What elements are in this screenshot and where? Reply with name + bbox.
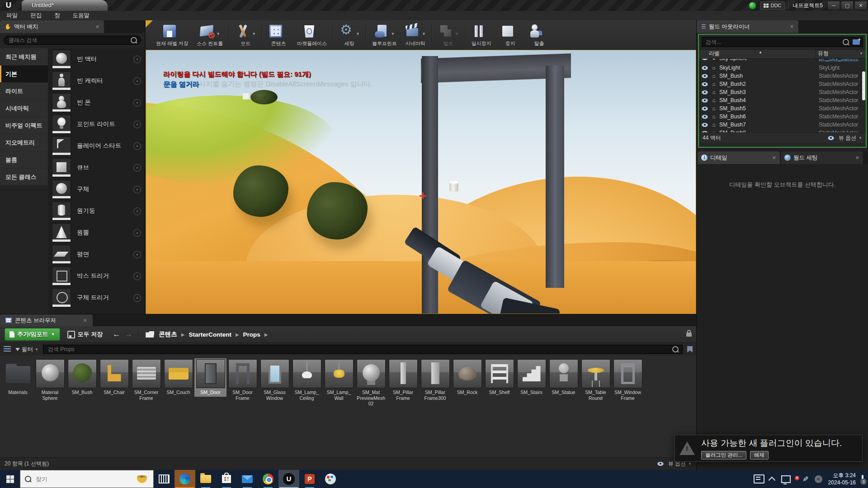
category-item[interactable]: 지오메트리: [0, 134, 48, 151]
outliner-row[interactable]: ⌂ SM_Bush StaticMeshActor: [699, 72, 866, 80]
content-browser-tab[interactable]: 콘텐츠 브라우저 ✕: [0, 314, 93, 326]
close-button[interactable]: ✕: [854, 1, 867, 10]
outliner-search-input[interactable]: [705, 38, 843, 46]
visibility-eye-icon[interactable]: [702, 74, 708, 78]
toolbar-button[interactable]: ▼ 일시정지: [467, 20, 496, 47]
task-view-button[interactable]: [154, 470, 175, 488]
outliner-view-options[interactable]: 뷰 옵션▼: [825, 134, 862, 142]
taskbar-search-input[interactable]: [35, 475, 132, 483]
asset-tile[interactable]: SM_Couch: [162, 358, 194, 397]
visibility-eye-icon[interactable]: [702, 115, 708, 119]
taskbar-store[interactable]: [216, 470, 237, 488]
taskbar-chrome[interactable]: [258, 470, 278, 488]
x-circle-icon[interactable]: ✕: [815, 475, 822, 483]
taskbar-mail[interactable]: [237, 470, 258, 488]
drag-handle-icon[interactable]: [133, 186, 141, 193]
drag-handle-icon[interactable]: [133, 251, 141, 258]
action-center[interactable]: 3: [862, 476, 863, 482]
toolbar-button[interactable]: ▼ 탈출: [525, 20, 554, 47]
outliner-row[interactable]: ⌂ SM_Bush3 StaticMeshActor: [699, 88, 866, 96]
close-icon[interactable]: ✕: [95, 24, 99, 30]
toolbar-button[interactable]: ▼ 콘텐츠: [264, 20, 293, 47]
pen-icon[interactable]: ✎: [802, 475, 808, 483]
toolbar-button[interactable]: ▼ 블루프린트: [368, 20, 401, 47]
asset-tile[interactable]: SM_Rock: [451, 358, 483, 397]
drag-handle-icon[interactable]: [133, 56, 141, 63]
column-header-type[interactable]: 유형▼: [816, 50, 866, 58]
hidden-icons-chevron[interactable]: [769, 476, 776, 483]
place-actor-item[interactable]: 박스 트리거: [48, 265, 145, 287]
place-actor-item[interactable]: 원뿔: [48, 222, 145, 244]
viewport[interactable]: 라이팅을 다시 빌드해야 합니다 (빌드 필요: 91개) 문을 열거라시지를 …: [146, 50, 696, 314]
save-search-icon[interactable]: [687, 346, 693, 352]
place-actor-item[interactable]: 평면: [48, 244, 145, 265]
maximize-button[interactable]: ▢: [841, 1, 854, 10]
details-tab[interactable]: i 디테일 ✕: [698, 151, 780, 164]
visibility-eye-icon[interactable]: [702, 82, 708, 86]
menu-item[interactable]: 편집: [24, 12, 48, 19]
outliner-row[interactable]: ☼ SkyLight SkyLight: [699, 64, 866, 72]
asset-tile[interactable]: SM_Door Frame: [226, 358, 259, 402]
drag-handle-icon[interactable]: [133, 99, 141, 107]
outliner-row[interactable]: ⌂ SM_Bush5 StaticMeshActor: [699, 104, 866, 113]
toolbar-button[interactable]: ▼ 세팅: [335, 20, 364, 47]
toolbar-button[interactable]: ▼ 중지: [496, 20, 525, 47]
world-outliner-tab[interactable]: ☰ 월드 아웃라이너 ✕: [697, 20, 798, 33]
place-actor-item[interactable]: 큐브: [48, 157, 145, 178]
asset-tile[interactable]: SM_Door: [194, 358, 226, 397]
manage-plugins-button[interactable]: 플러그인 관리...: [701, 451, 746, 460]
drag-handle-icon[interactable]: [133, 121, 141, 128]
nav-forward-button[interactable]: →: [125, 330, 132, 339]
close-icon[interactable]: ✕: [855, 155, 859, 161]
menu-item[interactable]: 도움말: [66, 12, 96, 19]
asset-tile[interactable]: SM_Window Frame: [612, 358, 644, 402]
menu-item[interactable]: 창: [48, 12, 66, 19]
place-actor-item[interactable]: 빈 폰: [48, 92, 145, 113]
outliner-row[interactable]: ● Sky Sphere BP_Sky_Sphere: [699, 59, 866, 64]
toolbar-button[interactable]: ▼ 소스 컨트롤: [193, 20, 227, 47]
asset-tile[interactable]: SM_Lamp_ Wall: [323, 358, 355, 402]
toolbar-button[interactable]: ▼ 시네마틱: [401, 20, 430, 47]
sources-panel-icon[interactable]: [4, 346, 11, 352]
drag-handle-icon[interactable]: [133, 77, 141, 85]
outliner-row[interactable]: ⌂ SM_Bush2 StaticMeshActor: [699, 80, 866, 88]
nav-back-button[interactable]: ←: [113, 330, 120, 339]
save-all-button[interactable]: 모두 저장: [67, 330, 103, 338]
asset-tile[interactable]: SM_Corner Frame: [130, 358, 162, 402]
breadcrumb-item[interactable]: Props: [243, 331, 260, 338]
outliner-row[interactable]: ⌂ SM_Bush6 StaticMeshActor: [699, 113, 866, 121]
new-folder-icon[interactable]: [853, 39, 860, 45]
asset-tile[interactable]: SM_Chair: [98, 358, 130, 397]
category-item[interactable]: 기본: [0, 66, 48, 83]
asset-tile[interactable]: SM_Shelf: [483, 358, 515, 397]
drag-handle-icon[interactable]: [133, 207, 141, 215]
place-actor-item[interactable]: 빈 액터: [48, 48, 145, 70]
taskbar-powerpoint[interactable]: P: [299, 470, 320, 488]
outliner-row[interactable]: ⌂ SM_Bush7 StaticMeshActor: [699, 121, 866, 129]
visibility-eye-icon[interactable]: [702, 66, 708, 70]
place-actor-item[interactable]: 원기둥: [48, 200, 145, 222]
visibility-eye-icon[interactable]: [702, 59, 708, 60]
visibility-eye-icon[interactable]: [702, 131, 708, 133]
class-search-input[interactable]: [8, 37, 131, 44]
outliner-row[interactable]: ⌂ SM_Bush8 StaticMeshActor: [699, 129, 866, 132]
close-icon[interactable]: ✕: [790, 24, 794, 30]
outliner-row[interactable]: ⌂ SM_Bush4 StaticMeshActor: [699, 96, 866, 104]
visibility-eye-icon[interactable]: [702, 99, 708, 103]
taskbar-file-explorer[interactable]: [195, 470, 216, 488]
taskbar-edge[interactable]: [175, 470, 195, 488]
asset-tile[interactable]: SM_Lamp_ Ceiling: [291, 358, 323, 402]
drag-handle-icon[interactable]: [133, 164, 141, 172]
drag-handle-icon[interactable]: [133, 294, 141, 302]
taskbar-paint[interactable]: [320, 470, 341, 488]
visibility-eye-icon[interactable]: [702, 123, 708, 127]
visibility-eye-icon[interactable]: [702, 90, 708, 94]
world-settings-tab[interactable]: 월드 세팅 ✕: [781, 151, 863, 164]
toolbar-button[interactable]: ▼ 현재 레벨 저장: [152, 20, 193, 47]
place-actor-item[interactable]: 포인트 라이트: [48, 113, 145, 135]
taskbar-clock[interactable]: 오후 3:24 2024-05-16: [828, 472, 856, 486]
category-item[interactable]: 볼륨: [0, 151, 48, 169]
place-actor-item[interactable]: 빈 캐릭터: [48, 70, 145, 92]
category-item[interactable]: 비주얼 이펙트: [0, 117, 48, 134]
menu-item[interactable]: 파일: [0, 12, 24, 19]
